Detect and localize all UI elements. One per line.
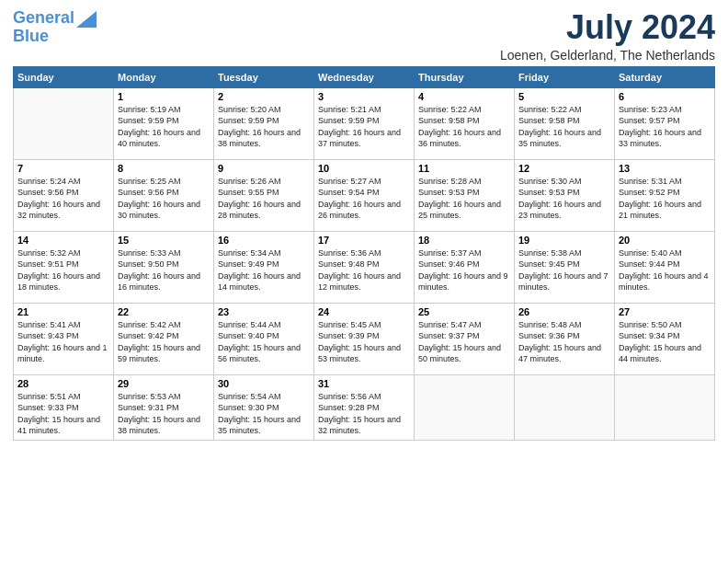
table-row: 19Sunrise: 5:38 AM Sunset: 9:45 PM Dayli…: [515, 231, 615, 303]
day-number: 29: [118, 378, 210, 389]
table-row: [615, 374, 715, 440]
day-number: 19: [518, 235, 610, 246]
day-info: Sunrise: 5:19 AM Sunset: 9:59 PM Dayligh…: [118, 104, 210, 150]
day-info: Sunrise: 5:21 AM Sunset: 9:59 PM Dayligh…: [318, 104, 410, 150]
col-wednesday: Wednesday: [314, 66, 415, 87]
day-number: 26: [518, 306, 610, 317]
day-number: 15: [118, 235, 210, 246]
day-info: Sunrise: 5:37 AM Sunset: 9:46 PM Dayligh…: [418, 247, 510, 293]
day-info: Sunrise: 5:53 AM Sunset: 9:31 PM Dayligh…: [118, 391, 210, 437]
day-number: 17: [318, 235, 410, 246]
day-info: Sunrise: 5:22 AM Sunset: 9:58 PM Dayligh…: [418, 104, 510, 150]
table-row: 21Sunrise: 5:41 AM Sunset: 9:43 PM Dayli…: [14, 303, 114, 374]
table-row: 16Sunrise: 5:34 AM Sunset: 9:49 PM Dayli…: [214, 231, 314, 303]
logo-line1: General: [13, 8, 74, 27]
day-info: Sunrise: 5:45 AM Sunset: 9:39 PM Dayligh…: [318, 319, 410, 365]
day-number: 14: [17, 235, 109, 246]
day-info: Sunrise: 5:56 AM Sunset: 9:28 PM Dayligh…: [318, 391, 410, 437]
table-row: 30Sunrise: 5:54 AM Sunset: 9:30 PM Dayli…: [214, 374, 314, 440]
day-number: 13: [619, 163, 711, 174]
day-info: Sunrise: 5:20 AM Sunset: 9:59 PM Dayligh…: [218, 104, 310, 150]
table-row: 2Sunrise: 5:20 AM Sunset: 9:59 PM Daylig…: [214, 87, 314, 159]
day-number: 2: [218, 91, 310, 102]
day-info: Sunrise: 5:38 AM Sunset: 9:45 PM Dayligh…: [518, 247, 610, 293]
logo: General Blue: [13, 9, 97, 46]
table-row: 12Sunrise: 5:30 AM Sunset: 9:53 PM Dayli…: [515, 159, 615, 231]
table-row: 25Sunrise: 5:47 AM Sunset: 9:37 PM Dayli…: [415, 303, 515, 374]
page: General Blue July 2024 Loenen, Gelderlan…: [0, 0, 728, 448]
month-year: July 2024: [500, 9, 715, 46]
table-row: 5Sunrise: 5:22 AM Sunset: 9:58 PM Daylig…: [515, 87, 615, 159]
day-number: 11: [418, 163, 510, 174]
table-row: 28Sunrise: 5:51 AM Sunset: 9:33 PM Dayli…: [14, 374, 114, 440]
table-row: 14Sunrise: 5:32 AM Sunset: 9:51 PM Dayli…: [14, 231, 114, 303]
table-row: 29Sunrise: 5:53 AM Sunset: 9:31 PM Dayli…: [114, 374, 214, 440]
header: General Blue July 2024 Loenen, Gelderlan…: [13, 9, 715, 63]
col-friday: Friday: [515, 66, 615, 87]
calendar-header-row: Sunday Monday Tuesday Wednesday Thursday…: [14, 66, 715, 87]
day-info: Sunrise: 5:25 AM Sunset: 9:56 PM Dayligh…: [118, 176, 210, 222]
day-number: 23: [218, 306, 310, 317]
day-number: 21: [17, 306, 109, 317]
table-row: 23Sunrise: 5:44 AM Sunset: 9:40 PM Dayli…: [214, 303, 314, 374]
day-number: 6: [619, 91, 711, 102]
day-info: Sunrise: 5:42 AM Sunset: 9:42 PM Dayligh…: [118, 319, 210, 365]
table-row: 17Sunrise: 5:36 AM Sunset: 9:48 PM Dayli…: [314, 231, 415, 303]
col-sunday: Sunday: [14, 66, 114, 87]
day-info: Sunrise: 5:33 AM Sunset: 9:50 PM Dayligh…: [118, 247, 210, 293]
day-number: 31: [318, 378, 410, 389]
table-row: 1Sunrise: 5:19 AM Sunset: 9:59 PM Daylig…: [114, 87, 214, 159]
table-row: 24Sunrise: 5:45 AM Sunset: 9:39 PM Dayli…: [314, 303, 415, 374]
day-info: Sunrise: 5:54 AM Sunset: 9:30 PM Dayligh…: [218, 391, 310, 437]
day-number: 22: [118, 306, 210, 317]
day-info: Sunrise: 5:28 AM Sunset: 9:53 PM Dayligh…: [418, 176, 510, 222]
table-row: 7Sunrise: 5:24 AM Sunset: 9:56 PM Daylig…: [14, 159, 114, 231]
col-saturday: Saturday: [615, 66, 715, 87]
location: Loenen, Gelderland, The Netherlands: [500, 48, 715, 63]
day-info: Sunrise: 5:32 AM Sunset: 9:51 PM Dayligh…: [17, 247, 109, 293]
day-number: 10: [318, 163, 410, 174]
day-number: 24: [318, 306, 410, 317]
logo-text: General Blue: [13, 9, 74, 46]
table-row: 13Sunrise: 5:31 AM Sunset: 9:52 PM Dayli…: [615, 159, 715, 231]
svg-marker-0: [76, 11, 97, 28]
day-info: Sunrise: 5:47 AM Sunset: 9:37 PM Dayligh…: [418, 319, 510, 365]
day-number: 7: [17, 163, 109, 174]
col-monday: Monday: [114, 66, 214, 87]
day-info: Sunrise: 5:23 AM Sunset: 9:57 PM Dayligh…: [619, 104, 711, 150]
day-info: Sunrise: 5:36 AM Sunset: 9:48 PM Dayligh…: [318, 247, 410, 293]
day-number: 3: [318, 91, 410, 102]
table-row: 9Sunrise: 5:26 AM Sunset: 9:55 PM Daylig…: [214, 159, 314, 231]
day-info: Sunrise: 5:40 AM Sunset: 9:44 PM Dayligh…: [619, 247, 711, 293]
table-row: 27Sunrise: 5:50 AM Sunset: 9:34 PM Dayli…: [615, 303, 715, 374]
day-number: 20: [619, 235, 711, 246]
table-row: 4Sunrise: 5:22 AM Sunset: 9:58 PM Daylig…: [415, 87, 515, 159]
table-row: 11Sunrise: 5:28 AM Sunset: 9:53 PM Dayli…: [415, 159, 515, 231]
table-row: 3Sunrise: 5:21 AM Sunset: 9:59 PM Daylig…: [314, 87, 415, 159]
day-info: Sunrise: 5:41 AM Sunset: 9:43 PM Dayligh…: [17, 319, 109, 365]
day-info: Sunrise: 5:51 AM Sunset: 9:33 PM Dayligh…: [17, 391, 109, 437]
table-row: [14, 87, 114, 159]
col-thursday: Thursday: [415, 66, 515, 87]
day-number: 16: [218, 235, 310, 246]
table-row: 6Sunrise: 5:23 AM Sunset: 9:57 PM Daylig…: [615, 87, 715, 159]
table-row: 31Sunrise: 5:56 AM Sunset: 9:28 PM Dayli…: [314, 374, 415, 440]
day-number: 12: [518, 163, 610, 174]
table-row: 18Sunrise: 5:37 AM Sunset: 9:46 PM Dayli…: [415, 231, 515, 303]
day-info: Sunrise: 5:50 AM Sunset: 9:34 PM Dayligh…: [619, 319, 711, 365]
calendar: Sunday Monday Tuesday Wednesday Thursday…: [13, 66, 715, 441]
day-number: 1: [118, 91, 210, 102]
table-row: [415, 374, 515, 440]
day-info: Sunrise: 5:27 AM Sunset: 9:54 PM Dayligh…: [318, 176, 410, 222]
day-info: Sunrise: 5:48 AM Sunset: 9:36 PM Dayligh…: [518, 319, 610, 365]
table-row: 26Sunrise: 5:48 AM Sunset: 9:36 PM Dayli…: [515, 303, 615, 374]
table-row: 15Sunrise: 5:33 AM Sunset: 9:50 PM Dayli…: [114, 231, 214, 303]
table-row: [515, 374, 615, 440]
day-number: 8: [118, 163, 210, 174]
table-row: 10Sunrise: 5:27 AM Sunset: 9:54 PM Dayli…: [314, 159, 415, 231]
day-info: Sunrise: 5:44 AM Sunset: 9:40 PM Dayligh…: [218, 319, 310, 365]
day-number: 27: [619, 306, 711, 317]
table-row: 22Sunrise: 5:42 AM Sunset: 9:42 PM Dayli…: [114, 303, 214, 374]
day-number: 18: [418, 235, 510, 246]
day-info: Sunrise: 5:34 AM Sunset: 9:49 PM Dayligh…: [218, 247, 310, 293]
